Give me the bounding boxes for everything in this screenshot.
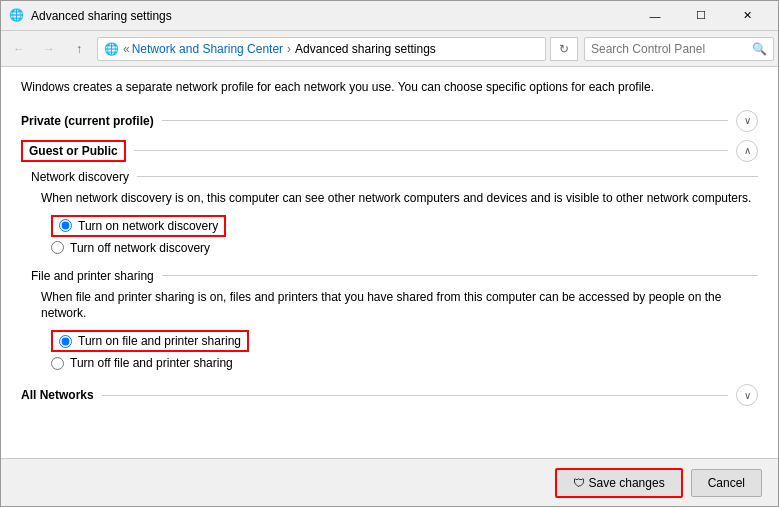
file-printer-sharing-on-radio[interactable] [59, 335, 72, 348]
forward-button[interactable]: → [35, 35, 63, 63]
guest-public-section-header: Guest or Public ∧ [21, 140, 758, 162]
file-printer-sharing-section: File and printer sharing When file and p… [31, 269, 758, 371]
main-window: 🌐 Advanced sharing settings — ☐ ✕ ← → ↑ … [0, 0, 779, 507]
all-networks-section-toggle[interactable]: ∨ [736, 384, 758, 406]
nav-bar: ← → ↑ 🌐 « Network and Sharing Center › A… [1, 31, 778, 67]
network-discovery-on-option[interactable]: Turn on network discovery [51, 215, 758, 237]
file-printer-sharing-off-option[interactable]: Turn off file and printer sharing [51, 356, 758, 370]
file-printer-sharing-on-label: Turn on file and printer sharing [78, 334, 241, 348]
save-changes-button[interactable]: 🛡 Save changes [555, 468, 683, 498]
file-printer-sharing-description: When file and printer sharing is on, fil… [41, 289, 758, 323]
breadcrumb-item-network-sharing[interactable]: Network and Sharing Center [132, 42, 283, 56]
breadcrumb-sep1: › [287, 42, 291, 56]
maximize-button[interactable]: ☐ [678, 1, 724, 31]
window-controls: — ☐ ✕ [632, 1, 770, 31]
network-discovery-off-label: Turn off network discovery [70, 241, 210, 255]
guest-public-section-title: Guest or Public [21, 140, 126, 162]
network-discovery-line [137, 176, 758, 177]
breadcrumb-current: Advanced sharing settings [295, 42, 436, 56]
network-discovery-off-radio[interactable] [51, 241, 64, 254]
file-printer-sharing-off-radio[interactable] [51, 357, 64, 370]
network-discovery-on-label: Turn on network discovery [78, 219, 218, 233]
bottom-bar: 🛡 Save changes Cancel [1, 458, 778, 506]
guest-public-section-toggle[interactable]: ∧ [736, 140, 758, 162]
network-discovery-radio-group: Turn on network discovery Turn off netwo… [51, 215, 758, 255]
cancel-button[interactable]: Cancel [691, 469, 762, 497]
all-networks-section-header: All Networks ∨ [21, 384, 758, 406]
all-networks-section-line [102, 395, 728, 396]
title-bar: 🌐 Advanced sharing settings — ☐ ✕ [1, 1, 778, 31]
private-section-header: Private (current profile) ∨ [21, 110, 758, 132]
file-printer-sharing-radio-group: Turn on file and printer sharing Turn of… [51, 330, 758, 370]
all-networks-section-title: All Networks [21, 388, 102, 402]
window-icon: 🌐 [9, 8, 25, 24]
private-section-title: Private (current profile) [21, 114, 162, 128]
private-section-toggle[interactable]: ∨ [736, 110, 758, 132]
network-discovery-on-radio[interactable] [59, 219, 72, 232]
guest-public-section-line [134, 150, 728, 151]
private-section-line [162, 120, 728, 121]
refresh-button[interactable]: ↻ [550, 37, 578, 61]
network-discovery-description: When network discovery is on, this compu… [41, 190, 758, 207]
minimize-button[interactable]: — [632, 1, 678, 31]
network-discovery-title: Network discovery [31, 170, 129, 184]
network-discovery-off-option[interactable]: Turn off network discovery [51, 241, 758, 255]
window-title: Advanced sharing settings [31, 9, 632, 23]
up-button[interactable]: ↑ [65, 35, 93, 63]
scroll-area[interactable]: Windows creates a separate network profi… [1, 67, 778, 458]
close-button[interactable]: ✕ [724, 1, 770, 31]
file-printer-sharing-on-option[interactable]: Turn on file and printer sharing [51, 330, 758, 352]
file-printer-sharing-title: File and printer sharing [31, 269, 154, 283]
content-area: Windows creates a separate network profi… [1, 67, 778, 458]
search-icon: 🔍 [752, 42, 767, 56]
save-icon: 🛡 [573, 476, 585, 490]
breadcrumb: 🌐 « Network and Sharing Center › Advance… [97, 37, 546, 61]
back-button[interactable]: ← [5, 35, 33, 63]
breadcrumb-icon: 🌐 [104, 42, 119, 56]
network-discovery-header: Network discovery [31, 170, 758, 184]
search-input[interactable] [591, 42, 752, 56]
file-printer-sharing-off-label: Turn off file and printer sharing [70, 356, 233, 370]
file-printer-sharing-header: File and printer sharing [31, 269, 758, 283]
search-box: 🔍 [584, 37, 774, 61]
file-printer-sharing-line [162, 275, 758, 276]
save-label: Save changes [589, 476, 665, 490]
main-content: Windows creates a separate network profi… [1, 67, 778, 434]
network-discovery-section: Network discovery When network discovery… [31, 170, 758, 255]
intro-text: Windows creates a separate network profi… [21, 79, 758, 96]
